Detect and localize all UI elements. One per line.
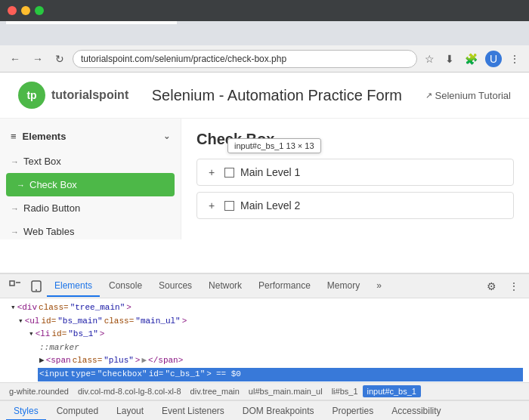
browser-titlebar (0, 0, 529, 21)
breadcrumb-item[interactable]: div.tree_main (186, 385, 244, 397)
expand-arrow: ▾ (29, 328, 34, 341)
forward-button[interactable]: → (29, 51, 47, 66)
html-line: ▾ <li id="bs_1" > (27, 328, 523, 341)
extension-button[interactable]: 🧩 (462, 51, 481, 66)
expand-triangle: ▶ (39, 354, 45, 368)
checkbox-row-2: + Main Level 2 (196, 192, 514, 219)
menu-button[interactable]: ⋮ (506, 51, 523, 66)
sidebar-item-label: Text Box (23, 156, 61, 167)
more-options-button[interactable]: ⋮ (503, 276, 524, 297)
sidebar-header: ≡ Elements ⌄ (0, 126, 181, 150)
main-layout: ≡ Elements ⌄ → Text Box → Check Box → (0, 119, 529, 239)
logo-letters: tp (26, 89, 36, 101)
sidebar-item-textbox[interactable]: → Text Box (0, 150, 181, 173)
expand-arrow: ▾ (11, 301, 16, 315)
breadcrumb-bar: g-white.rounded div.col-md-8.col-lg-8.co… (0, 382, 529, 400)
tab-more[interactable]: » (369, 276, 389, 297)
inspect-element-button[interactable] (5, 276, 26, 297)
downloads-button[interactable]: ⬇ (442, 51, 457, 66)
tutorial-link-text: Selenium Tutorial (435, 90, 511, 101)
browser-toolbar: ← → ↻ tutorialspoint.com/selenium/practi… (0, 45, 529, 73)
minimize-window-button[interactable] (21, 6, 30, 15)
tab-elements[interactable]: Elements (47, 276, 100, 297)
expand-button-2[interactable]: + (205, 199, 218, 212)
highlighted-html-line[interactable]: <input type="checkbox" id="c_bs_1" > == … (38, 368, 523, 381)
address-bar[interactable]: tutorialspoint.com/selenium/practice/che… (73, 50, 417, 68)
device-toolbar-button[interactable] (26, 276, 47, 297)
tab-styles[interactable]: Styles (6, 403, 46, 421)
tab-properties[interactable]: Properties (325, 403, 382, 421)
logo-icon: tp (18, 82, 45, 109)
site-title: Selenium - Automation Practice Form (128, 87, 425, 104)
breadcrumb-item[interactable]: div.col-md-8.col-lg-8.col-xl-8 (73, 385, 186, 397)
sidebar-item-checkbox[interactable]: → Check Box (6, 173, 175, 196)
arrow-icon: → (11, 204, 19, 213)
devtools-toolbar-right: ⚙ ⋮ (481, 276, 524, 297)
svg-rect-0 (10, 281, 14, 286)
devtools-toolbar: Elements Console Sources Network Perform… (0, 274, 529, 298)
sidebar-item-label: Web Tables (23, 226, 74, 237)
browser-icons: ☆ ⬇ 🧩 U ⋮ (422, 51, 523, 67)
bottom-tabs: Styles Computed Layout Event Listeners D… (0, 400, 529, 420)
element-tooltip: input#c_bs_1 13 × 13 (227, 138, 321, 153)
close-window-button[interactable] (8, 6, 17, 15)
tab-computed[interactable]: Computed (49, 403, 106, 421)
sidebar-item-webtables[interactable]: → Web Tables (0, 220, 181, 239)
profile-button[interactable]: U (485, 51, 502, 67)
tab-layout[interactable]: Layout (109, 403, 151, 421)
breadcrumb-item[interactable]: g-white.rounded (5, 385, 73, 397)
html-line: ▾ <ul id="bs_main" class="main_ul" > (17, 315, 523, 329)
tab-dom-breakpoints[interactable]: DOM Breakpoints (235, 403, 322, 421)
expand-arrow: ▶ (39, 381, 45, 382)
external-link-icon: ↗ (425, 91, 432, 100)
back-button[interactable]: ← (6, 51, 24, 66)
tab-accessibility[interactable]: Accessibility (384, 403, 448, 421)
sidebar: ≡ Elements ⌄ → Text Box → Check Box → (0, 119, 181, 239)
devtools-panel: Elements Console Sources Network Perform… (0, 273, 529, 420)
tooltip-id: input#c_bs_1 (234, 141, 283, 150)
content-area: Check Box input#c_bs_1 13 × 13 + Main Le… (181, 119, 529, 239)
html-line: ▾ <div class="tree_main" > (6, 301, 523, 315)
arrow-icon: → (11, 227, 19, 236)
bookmark-button[interactable]: ☆ (422, 51, 438, 66)
html-line: ::marker (38, 341, 523, 355)
expand-button[interactable]: + (205, 165, 218, 179)
breadcrumb-item[interactable]: ul#bs_main.main_ul (244, 385, 327, 397)
fullscreen-window-button[interactable] (35, 6, 44, 15)
devtools-tabs: Elements Console Sources Network Perform… (47, 276, 481, 297)
refresh-button[interactable]: ↻ (51, 51, 68, 66)
checkbox-label-1: Main Level 1 (240, 166, 300, 178)
html-line: ▶ <span class="plus" > ▶ </span> (38, 354, 523, 368)
tab-performance[interactable]: Performance (251, 276, 318, 297)
sidebar-item-label: Check Box (29, 179, 77, 190)
tutorial-link[interactable]: ↗ Selenium Tutorial (425, 90, 511, 101)
chevron-down-icon: ⌄ (163, 131, 170, 141)
sidebar-title: Elements (23, 131, 67, 142)
settings-button[interactable]: ⚙ (481, 276, 502, 297)
breadcrumb-item[interactable]: li#bs_1 (327, 385, 363, 397)
checkbox-input-1[interactable] (224, 168, 234, 178)
breadcrumb-active-item[interactable]: input#c_bs_1 (363, 385, 421, 397)
sidebar-header-icons: ⌄ (163, 131, 170, 141)
arrow-icon: → (17, 181, 25, 190)
tooltip-size: 13 × 13 (286, 141, 314, 150)
page-content: tp tutorialspoint Selenium - Automation … (0, 73, 529, 273)
hamburger-icon: ≡ (11, 131, 17, 142)
tab-network[interactable]: Network (201, 276, 249, 297)
checkbox-label-2: Main Level 2 (240, 199, 300, 212)
arrow-icon: → (11, 157, 19, 166)
tab-sources[interactable]: Sources (151, 276, 200, 297)
expand-arrow: ▾ (18, 315, 23, 329)
logo-name: tutorialspoint (51, 88, 128, 102)
checkbox-row-1: input#c_bs_1 13 × 13 + Main Level 1 (196, 159, 514, 186)
checkbox-input-2[interactable] (224, 201, 234, 211)
address-text: tutorialspoint.com/selenium/practice/che… (81, 54, 286, 64)
tab-event-listeners[interactable]: Event Listeners (154, 403, 232, 421)
sidebar-item-radiobutton[interactable]: → Radio Button (0, 196, 181, 220)
tab-memory[interactable]: Memory (320, 276, 367, 297)
site-header: tp tutorialspoint Selenium - Automation … (0, 73, 529, 119)
logo-area: tp tutorialspoint (18, 82, 128, 109)
sidebar-item-label: Radio Button (23, 202, 80, 214)
devtools-html: ▾ <div class="tree_main" > ▾ <ul id="bs_… (0, 298, 529, 382)
tab-console[interactable]: Console (101, 276, 150, 297)
